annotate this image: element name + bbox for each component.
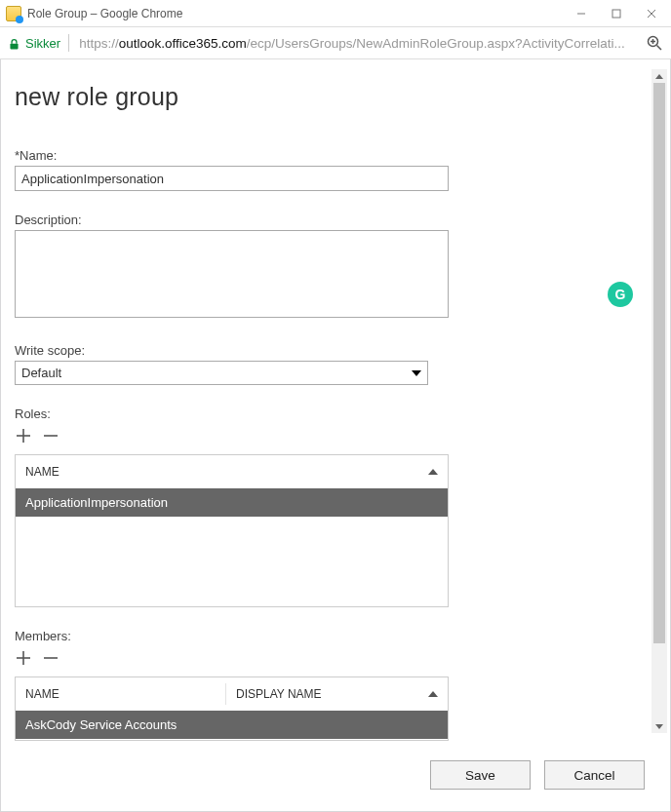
roles-grid: NAME ApplicationImpersonation (15, 454, 449, 607)
members-grid: NAME DISPLAY NAME AskCody Service Accoun… (15, 677, 449, 741)
table-row[interactable]: ApplicationImpersonation (16, 488, 448, 517)
sort-asc-icon (428, 691, 438, 697)
members-col-display: DISPLAY NAME (236, 687, 322, 701)
sort-asc-icon (428, 469, 438, 475)
scroll-track[interactable] (651, 83, 667, 719)
roles-add-button[interactable] (15, 427, 32, 445)
url-host: outlook.office365.com (119, 36, 247, 51)
url-scheme: https:// (79, 36, 119, 51)
badge-letter: G (615, 287, 626, 302)
write-scope-label: Write scope: (15, 343, 643, 358)
roles-col-name: NAME (25, 465, 59, 479)
page: new role group *Name: Description: Write… (0, 59, 671, 812)
write-scope-select[interactable]: Default (15, 361, 428, 385)
window-title: Role Group – Google Chrome (27, 7, 564, 20)
maximize-button[interactable] (599, 1, 634, 26)
members-grid-header[interactable]: NAME DISPLAY NAME (16, 677, 448, 711)
svg-rect-4 (10, 43, 18, 49)
close-button[interactable] (634, 1, 669, 26)
scroll-up-button[interactable] (651, 69, 667, 83)
footer: Save Cancel (430, 760, 645, 790)
url-text[interactable]: https://outlook.office365.com/ecp/UsersG… (79, 36, 640, 51)
description-input[interactable] (15, 230, 449, 318)
members-col-name: NAME (25, 687, 59, 701)
write-scope-value: Default (21, 366, 61, 380)
svg-line-6 (657, 46, 662, 51)
minimize-button[interactable] (564, 1, 599, 26)
page-content: new role group *Name: Description: Write… (3, 59, 649, 741)
scroll-down-button[interactable] (651, 719, 667, 733)
zoom-icon[interactable] (646, 34, 663, 52)
save-button[interactable]: Save (430, 760, 531, 790)
roles-row-name: ApplicationImpersonation (25, 495, 438, 510)
table-row[interactable]: AskCody Service Accounts (16, 711, 448, 739)
page-title: new role group (15, 83, 643, 111)
url-path: /ecp/UsersGroups/NewAdminRoleGroup.aspx?… (247, 36, 625, 51)
scrollbar[interactable] (651, 69, 667, 733)
members-add-button[interactable] (15, 649, 32, 667)
members-row-name: AskCody Service Accounts (25, 717, 232, 732)
grammarly-badge-icon[interactable]: G (608, 282, 633, 307)
chevron-down-icon (412, 370, 421, 376)
scroll-thumb[interactable] (653, 83, 665, 643)
members-remove-button[interactable] (42, 649, 59, 667)
cancel-button[interactable]: Cancel (544, 760, 645, 790)
name-label: *Name: (15, 148, 643, 163)
window-titlebar: Role Group – Google Chrome (0, 0, 671, 27)
roles-grid-header[interactable]: NAME (16, 455, 448, 488)
address-bar: Sikker https://outlook.office365.com/ecp… (0, 27, 671, 59)
lock-icon (8, 37, 20, 50)
separator (68, 34, 69, 52)
roles-label: Roles: (15, 406, 643, 421)
app-icon (6, 6, 21, 21)
description-label: Description: (15, 213, 643, 227)
svg-rect-1 (612, 10, 620, 18)
secure-label: Sikker (25, 36, 60, 51)
members-row-display (232, 717, 439, 732)
name-input[interactable] (15, 166, 449, 191)
members-label: Members: (15, 629, 643, 643)
roles-remove-button[interactable] (42, 427, 59, 445)
